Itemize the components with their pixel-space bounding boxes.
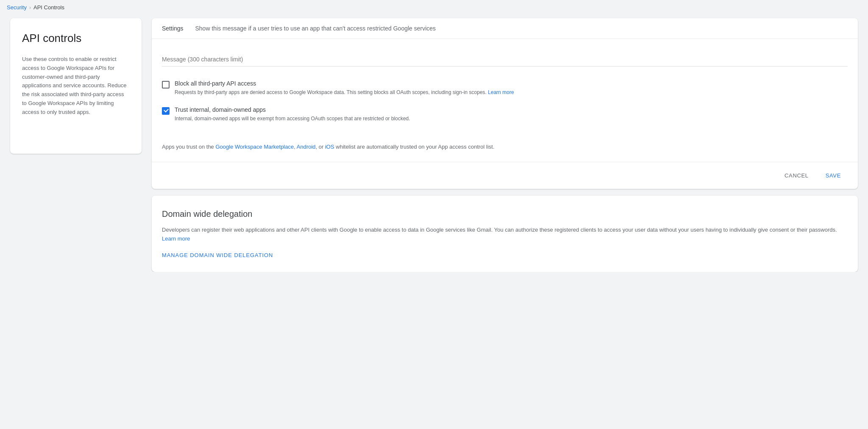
- trust-internal-label: Trust internal, domain-owned apps: [175, 106, 848, 113]
- sidebar-title: API controls: [22, 32, 130, 45]
- block-api-checkbox[interactable]: [162, 81, 170, 89]
- breadcrumb-separator: ›: [29, 5, 31, 11]
- actions-row: CANCEL SAVE: [152, 162, 858, 189]
- sidebar-card: API controls Use these controls to enabl…: [10, 18, 142, 154]
- ios-link[interactable]: iOS: [325, 144, 334, 150]
- settings-header: Settings Show this message if a user tri…: [152, 18, 858, 39]
- block-api-label: Block all third-party API access: [175, 80, 848, 87]
- trust-internal-checkbox-item: Trust internal, domain-owned apps Intern…: [162, 106, 848, 122]
- delegation-title: Domain wide delegation: [162, 209, 848, 219]
- trust-internal-description: Internal, domain-owned apps will be exem…: [175, 115, 848, 122]
- content-area: Settings Show this message if a user tri…: [152, 18, 858, 272]
- save-button[interactable]: SAVE: [819, 169, 848, 182]
- message-field-container: [152, 39, 858, 73]
- breadcrumb-security-link[interactable]: Security: [7, 4, 27, 11]
- settings-panel: Settings Show this message if a user tri…: [152, 18, 858, 189]
- cancel-button[interactable]: CANCEL: [778, 169, 815, 182]
- checkboxes-section: Block all third-party API access Request…: [152, 73, 858, 139]
- sidebar-description: Use these controls to enable or restrict…: [22, 55, 130, 117]
- breadcrumb-current: API Controls: [33, 4, 64, 11]
- manage-delegation-button[interactable]: MANAGE DOMAIN WIDE DELEGATION: [162, 252, 273, 258]
- block-api-checkbox-item: Block all third-party API access Request…: [162, 80, 848, 96]
- block-api-description: Requests by third-party apps are denied …: [175, 89, 848, 96]
- google-workspace-marketplace-link[interactable]: Google Workspace Marketplace: [215, 144, 294, 150]
- trust-internal-checkbox[interactable]: [162, 107, 170, 115]
- trust-info: Apps you trust on the Google Workspace M…: [152, 139, 858, 162]
- android-link[interactable]: Android: [297, 144, 316, 150]
- delegation-description: Developers can register their web applic…: [162, 226, 848, 244]
- breadcrumb: Security › API Controls: [0, 0, 868, 15]
- block-api-learn-more-link[interactable]: Learn more: [488, 89, 514, 95]
- message-input[interactable]: [162, 53, 848, 66]
- settings-description-inline: Show this message if a user tries to use…: [195, 25, 436, 32]
- delegation-panel: Domain wide delegation Developers can re…: [152, 196, 858, 272]
- delegation-learn-more-link[interactable]: Learn more: [162, 235, 190, 242]
